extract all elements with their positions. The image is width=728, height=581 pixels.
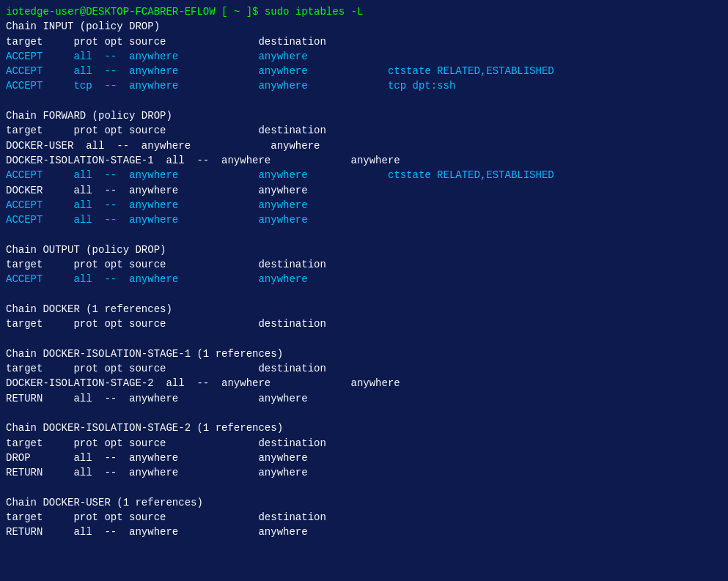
terminal-line: RETURN all -- anywhere anywhere bbox=[6, 525, 722, 539]
prompt-line: iotedge-user@DESKTOP-FCABRER-EFLOW [ ~ ]… bbox=[6, 4, 722, 19]
terminal-output: Chain INPUT (policy DROP)target prot opt… bbox=[6, 19, 722, 539]
terminal-line bbox=[6, 94, 722, 108]
terminal-line: DOCKER-USER all -- anywhere anywhere bbox=[6, 138, 722, 153]
terminal-line: target prot opt source destination bbox=[6, 34, 722, 49]
terminal-line: target prot opt source destination bbox=[6, 257, 722, 272]
terminal-line: Chain DOCKER-ISOLATION-STAGE-1 (1 refere… bbox=[6, 347, 722, 361]
terminal-line: Chain DOCKER-USER (1 references) bbox=[6, 495, 722, 510]
terminal-line: target prot opt source destination bbox=[6, 436, 722, 451]
terminal-line: ACCEPT all -- anywhere anywhere bbox=[6, 212, 722, 227]
terminal-line: ACCEPT all -- anywhere anywhere bbox=[6, 272, 722, 286]
terminal-line: ACCEPT all -- anywhere anywhere ctstate … bbox=[6, 64, 722, 78]
terminal-line: target prot opt source destination bbox=[6, 510, 722, 525]
terminal-line: Chain DOCKER-ISOLATION-STAGE-2 (1 refere… bbox=[6, 421, 722, 435]
terminal-line: RETURN all -- anywhere anywhere bbox=[6, 391, 722, 406]
terminal-line: Chain INPUT (policy DROP) bbox=[6, 19, 722, 34]
terminal-line: DROP all -- anywhere anywhere bbox=[6, 451, 722, 465]
terminal-line: target prot opt source destination bbox=[6, 361, 722, 376]
terminal-window: iotedge-user@DESKTOP-FCABRER-EFLOW [ ~ ]… bbox=[0, 0, 728, 581]
terminal-line: Chain DOCKER (1 references) bbox=[6, 302, 722, 317]
terminal-line bbox=[6, 287, 722, 302]
terminal-line bbox=[6, 406, 722, 421]
terminal-line: target prot opt source destination bbox=[6, 317, 722, 331]
terminal-line: DOCKER all -- anywhere anywhere bbox=[6, 183, 722, 198]
terminal-line: ACCEPT all -- anywhere anywhere bbox=[6, 198, 722, 212]
terminal-line: ACCEPT all -- anywhere anywhere ctstate … bbox=[6, 168, 722, 182]
terminal-line: DOCKER-ISOLATION-STAGE-2 all -- anywhere… bbox=[6, 376, 722, 391]
terminal-line: target prot opt source destination bbox=[6, 123, 722, 138]
terminal-line: RETURN all -- anywhere anywhere bbox=[6, 465, 722, 480]
terminal-line: ACCEPT all -- anywhere anywhere bbox=[6, 49, 722, 64]
terminal-line bbox=[6, 227, 722, 242]
terminal-line: Chain FORWARD (policy DROP) bbox=[6, 108, 722, 123]
terminal-line bbox=[6, 332, 722, 347]
terminal-line: DOCKER-ISOLATION-STAGE-1 all -- anywhere… bbox=[6, 153, 722, 168]
terminal-line: Chain OUTPUT (policy DROP) bbox=[6, 243, 722, 257]
terminal-line bbox=[6, 481, 722, 495]
terminal-line: ACCEPT tcp -- anywhere anywhere tcp dpt:… bbox=[6, 78, 722, 93]
